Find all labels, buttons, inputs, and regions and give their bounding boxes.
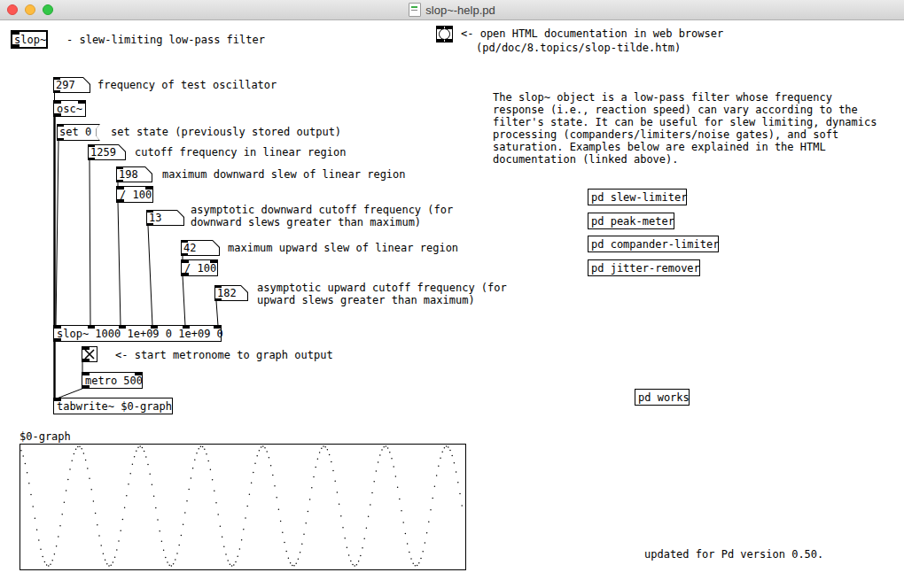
outlet-nub	[214, 298, 222, 301]
bang-open-docs-icon[interactable]	[436, 26, 453, 43]
object-label: pd peak-meter	[588, 213, 674, 228]
outlet-nub	[54, 338, 61, 341]
outlet-nub	[82, 359, 90, 361]
pd-patch-window: slop~-help.pd slop~ - slew-limiting low-…	[0, 0, 904, 588]
comment-set-state: set state (previously stored output)	[111, 126, 341, 138]
window-title: slop~-help.pd	[425, 4, 495, 17]
window-title-wrap: slop~-help.pd	[0, 0, 904, 19]
object-div-100-down: / 100	[116, 186, 153, 203]
number-box-asym-down[interactable]: 13	[146, 210, 184, 226]
object-label: slop~ 1000 1e+09 0 1e+09 0	[54, 326, 221, 340]
outlet-nub	[146, 223, 153, 226]
inlet-nub	[214, 285, 222, 288]
comment-open-html: <- open HTML documentation in web browse…	[461, 27, 723, 40]
object-osc: osc~	[53, 100, 86, 117]
inlet-nub	[181, 240, 188, 243]
inlet-nub	[445, 27, 452, 29]
waveform-dots	[20, 445, 464, 568]
comment-asym-up: asymptotic upward cutoff frequency (for …	[257, 282, 507, 306]
inlet-nub	[119, 326, 126, 329]
comment-updated: updated for Pd version 0.50.	[644, 548, 823, 561]
object-label: tabwrite~ $0-graph	[54, 398, 172, 413]
inlet-nub	[54, 326, 61, 329]
number-box-upward-slew[interactable]: 42	[181, 240, 220, 256]
document-icon	[409, 3, 421, 17]
inlet-nub	[210, 260, 217, 263]
inlet-nub	[116, 166, 123, 169]
comment-open-html-path: (pd/doc/8.topics/slop-tilde.htm)	[476, 42, 681, 54]
inlet-nub	[214, 326, 221, 329]
inlet-nub	[78, 101, 85, 104]
inlet-nub	[82, 373, 90, 375]
subpatch-compander-limiter[interactable]: pd compander-limiter	[588, 236, 719, 252]
object-label: pd jitter-remover	[588, 260, 699, 275]
object-metro: metro 500	[82, 372, 143, 389]
object-slop: slop~ 1000 1e+09 0 1e+09 0	[53, 325, 222, 342]
outlet-nub	[182, 273, 189, 275]
object-label: metro 500	[82, 373, 142, 387]
comment-freq-osc: frequency of test oscillator	[97, 79, 277, 91]
comment-description: The slop~ object is a low-pass filter wh…	[493, 91, 877, 166]
inlet-nub	[53, 77, 60, 80]
inlet-nub	[54, 398, 61, 401]
reference-object-slop: slop~	[11, 30, 48, 49]
comment-start-metro: <- start metronome to graph output	[115, 349, 333, 361]
inlet-nub	[151, 326, 158, 329]
graph-label: $0-graph	[19, 430, 71, 443]
number-box-asym-up[interactable]: 182	[214, 285, 248, 301]
comment-cutoff: cutoff frequency in linear region	[135, 146, 346, 159]
inlet-nub	[437, 27, 444, 29]
subpatch-peak-meter[interactable]: pd peak-meter	[588, 213, 674, 229]
number-box-cutoff[interactable]: 1259	[88, 144, 126, 160]
object-div-100-up: / 100	[181, 259, 218, 276]
comment-asym-down: asymptotic downward cutoff frequency (fo…	[191, 204, 453, 228]
object-label: pd compander-limiter	[588, 236, 718, 251]
object-label: pd slew-limiter	[588, 190, 686, 204]
inlet-nub	[57, 124, 64, 127]
outlet-nub	[445, 39, 452, 42]
outlet-nub	[53, 90, 60, 93]
toggle-metronome[interactable]	[82, 346, 97, 362]
outlet-nub	[12, 44, 19, 47]
outlet-nub	[57, 138, 64, 141]
waveform-graph	[19, 444, 466, 570]
outlet-nub	[82, 385, 90, 388]
inlet-nub	[88, 326, 95, 329]
subpatch-works[interactable]: pd works	[635, 389, 690, 406]
inlet-nub	[145, 187, 152, 190]
inlet-nub	[12, 32, 19, 35]
inlet-nub	[182, 260, 189, 263]
outlet-nub	[54, 113, 61, 116]
comment-max-down: maximum downward slew of linear region	[162, 168, 406, 181]
inlet-nub	[82, 347, 90, 350]
inlet-nub	[117, 187, 124, 190]
subpatch-jitter-remover[interactable]: pd jitter-remover	[588, 259, 700, 276]
outlet-nub	[437, 39, 444, 42]
inlet-nub	[183, 326, 190, 329]
object-tabwrite: tabwrite~ $0-graph	[53, 398, 173, 414]
inlet-nub	[146, 210, 153, 213]
subpatch-slew-limiter[interactable]: pd slew-limiter	[588, 189, 687, 205]
inlet-nub	[135, 373, 142, 375]
outlet-nub	[181, 253, 188, 256]
object-label: pd works	[635, 390, 689, 404]
message-set-state[interactable]: set 0	[57, 124, 100, 141]
comment-main-desc: - slew-limiting low-pass filter	[66, 34, 265, 46]
outlet-nub	[116, 180, 123, 182]
outlet-nub	[117, 199, 124, 202]
number-box-frequency[interactable]: 297	[53, 77, 90, 93]
titlebar: slop~-help.pd	[0, 0, 904, 20]
inlet-nub	[88, 144, 95, 147]
outlet-nub	[88, 158, 95, 160]
inlet-nub	[54, 101, 61, 104]
number-box-downward-slew[interactable]: 198	[116, 166, 152, 182]
comment-max-up: maximum upward slew of linear region	[228, 242, 458, 254]
patch-canvas: slop~ - slew-limiting low-pass filter <-…	[0, 20, 904, 588]
